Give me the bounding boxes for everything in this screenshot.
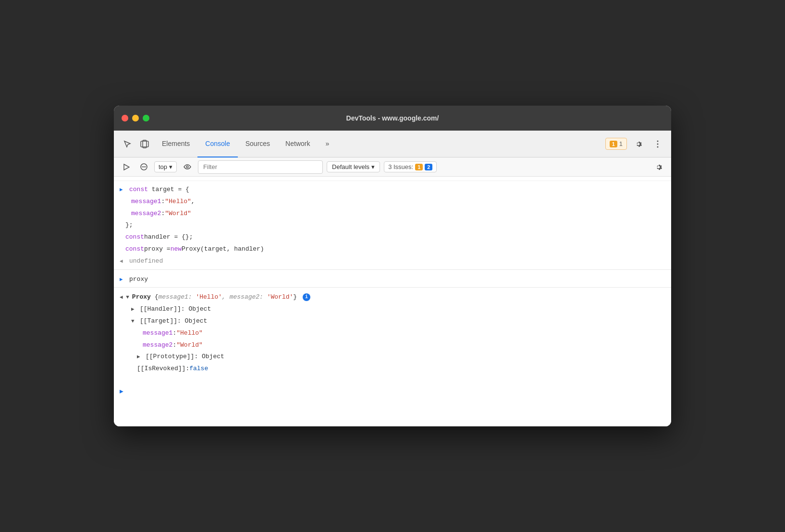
log-line: const handler = {}; <box>114 231 671 243</box>
proxy-result-header: ◀ ▼ Proxy {message1: 'Hello', message2: … <box>114 290 671 303</box>
undefined-value: undefined <box>129 256 163 266</box>
svg-point-4 <box>657 146 659 147</box>
chevron-down-icon: ▾ <box>169 163 172 170</box>
console-settings-icon[interactable] <box>652 160 665 174</box>
collapse-arrow[interactable]: ◀ ▼ <box>120 293 129 302</box>
issues-badge[interactable]: 1 1 <box>605 138 627 150</box>
select-element-icon[interactable] <box>120 136 135 152</box>
default-levels-label: Default levels <box>332 163 369 170</box>
window-title: DevTools - www.google.com/ <box>346 114 439 122</box>
issues-warn-badge: 1 <box>415 164 423 170</box>
more-options-icon[interactable] <box>650 136 665 152</box>
handler-line: ▶ [[Handler]]: Object <box>114 303 671 315</box>
chevron-down-icon: ▾ <box>371 163 375 170</box>
tab-network[interactable]: Network <box>278 131 318 157</box>
tab-elements[interactable]: Elements <box>154 131 197 157</box>
info-icon[interactable]: i <box>303 293 310 301</box>
svg-point-3 <box>657 143 659 145</box>
device-toolbar-icon[interactable] <box>137 136 152 152</box>
svg-rect-0 <box>141 141 148 147</box>
console-issues-button[interactable]: 3 Issues: 1 2 <box>384 161 437 172</box>
top-label: top <box>159 163 167 170</box>
toolbar-right: 1 1 <box>605 136 665 152</box>
tab-more[interactable]: » <box>318 131 337 157</box>
input-arrow[interactable]: ▶ <box>120 276 126 284</box>
svg-point-8 <box>186 166 188 168</box>
clear-console-icon[interactable] <box>137 160 150 174</box>
run-script-icon[interactable] <box>120 160 133 174</box>
svg-marker-5 <box>124 164 129 170</box>
log-line: const proxy = new Proxy(target, handler) <box>114 243 671 255</box>
prompt-arrow: ▶ <box>120 387 123 395</box>
proxy-input-text: proxy <box>129 275 148 285</box>
target-message1: message1: "Hello" <box>114 327 671 339</box>
log-line: message1: "Hello", <box>114 196 671 208</box>
result-undefined: ◀ undefined <box>114 255 671 267</box>
console-body: ▶ const target = { message1: "Hello", me… <box>114 177 671 426</box>
log-line: message2: "World" <box>114 208 671 220</box>
console-toolbar: top ▾ Default levels ▾ 3 Issues: 1 2 <box>114 157 671 177</box>
maximize-button[interactable] <box>143 115 149 121</box>
tab-navigation: Elements Console Sources Network » <box>154 131 603 157</box>
left-arrow: ◀ <box>120 257 126 266</box>
prototype-arrow[interactable]: ▶ <box>137 353 144 362</box>
target-arrow[interactable]: ▼ <box>131 317 138 326</box>
filter-input[interactable] <box>198 160 323 174</box>
console-input-line[interactable]: ▶ <box>114 385 671 398</box>
log-line: }; <box>114 219 671 231</box>
main-toolbar: Elements Console Sources Network » 1 1 <box>114 131 671 157</box>
svg-point-2 <box>657 140 659 142</box>
eye-icon[interactable] <box>181 160 194 174</box>
prototype-line: ▶ [[Prototype]]: Object <box>114 351 671 363</box>
log-level-selector[interactable]: Default levels ▾ <box>327 161 380 172</box>
tab-console[interactable]: Console <box>197 131 237 157</box>
minimize-button[interactable] <box>132 115 139 121</box>
issues-count-label: 3 Issues: <box>388 163 413 170</box>
target-message2: message2: "World" <box>114 339 671 351</box>
code-input-block: ▶ const target = { <box>114 181 671 196</box>
issues-info-badge: 2 <box>425 164 432 170</box>
close-button[interactable] <box>122 115 128 121</box>
tab-sources[interactable]: Sources <box>238 131 278 157</box>
traffic-lights <box>122 115 149 121</box>
proxy-input-line: ▶ proxy <box>114 272 671 286</box>
titlebar: DevTools - www.google.com/ <box>114 106 671 131</box>
handler-arrow[interactable]: ▶ <box>131 305 138 314</box>
context-selector[interactable]: top ▾ <box>154 161 177 172</box>
isrevoked-line: [[IsRevoked]]: false <box>114 363 671 375</box>
expand-arrow[interactable]: ▶ <box>120 186 126 194</box>
settings-icon[interactable] <box>631 136 646 152</box>
target-line: ▼ [[Target]]: Object <box>114 315 671 327</box>
warn-badge: 1 <box>610 141 617 147</box>
devtools-window: DevTools - www.google.com/ Elements Cons… <box>114 106 671 426</box>
